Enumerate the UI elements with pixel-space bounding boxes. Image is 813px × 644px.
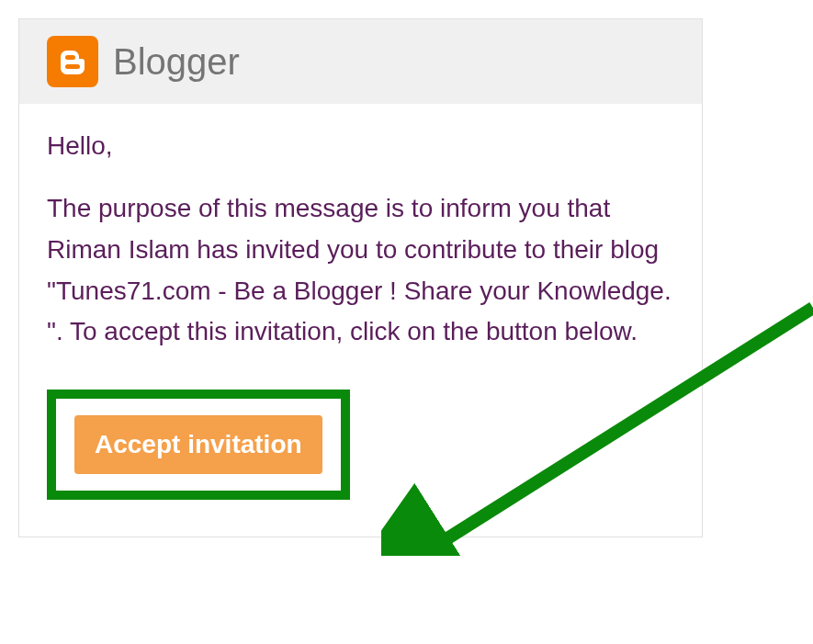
email-body: Hello, The purpose of this message is to… [19, 104, 702, 537]
svg-rect-0 [65, 55, 75, 60]
button-highlight-box: Accept invitation [47, 390, 350, 500]
email-card: Blogger Hello, The purpose of this messa… [18, 18, 703, 537]
email-container: Blogger Hello, The purpose of this messa… [18, 18, 703, 537]
blogger-logo-icon [47, 36, 98, 87]
blogger-brand-text: Blogger [113, 41, 240, 83]
invitation-message: The purpose of this message is to inform… [47, 188, 674, 353]
accept-invitation-button[interactable]: Accept invitation [74, 415, 322, 474]
greeting-text: Hello, [47, 131, 674, 161]
email-header: Blogger [19, 19, 702, 104]
svg-rect-1 [65, 64, 80, 69]
